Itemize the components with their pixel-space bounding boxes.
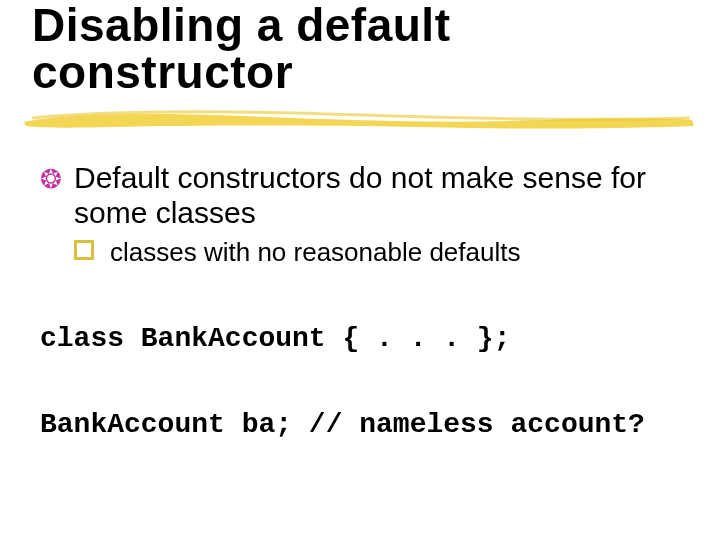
square-bullet-icon [74, 240, 94, 260]
title-underline [22, 108, 698, 132]
code-line-1: class BankAccount { . . . }; [40, 322, 680, 356]
bullet-level-2: classes with no reasonable defaults [74, 237, 680, 268]
bullet-1-text: Default constructors do not make sense f… [74, 161, 646, 229]
code-line-2: BankAccount ba; // nameless account? [40, 408, 720, 442]
title-line-2: constructor [32, 46, 293, 98]
brushstroke-icon [22, 108, 698, 132]
slide-title: Disabling a default constructor [32, 2, 672, 96]
title-line-1: Disabling a default [32, 0, 450, 51]
bullet-level-1: ❂ Default constructors do not make sense… [40, 160, 680, 231]
slide-body: ❂ Default constructors do not make sense… [40, 160, 680, 268]
snowflake-bullet-icon: ❂ [40, 166, 62, 192]
bullet-1a-text: classes with no reasonable defaults [110, 237, 520, 267]
slide: Disabling a default constructor ❂ Defaul… [0, 0, 720, 540]
